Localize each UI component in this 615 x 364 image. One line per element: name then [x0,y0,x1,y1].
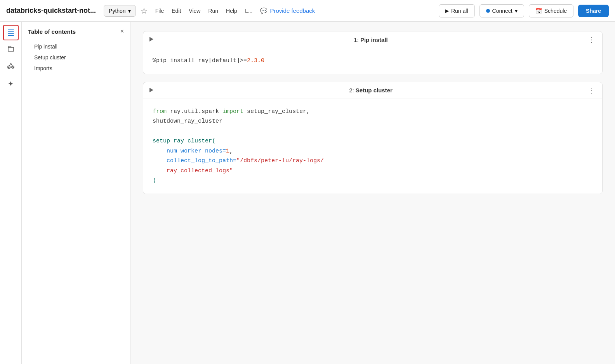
menu-file[interactable]: File [152,6,167,16]
favorite-button[interactable]: ☆ [141,6,148,16]
cell-1: 1: Pip install ⋮ %pip install ray[defaul… [143,31,603,74]
play-triangle-icon [149,37,153,42]
chevron-down-icon: ▾ [128,8,131,14]
sparkle-icon: ✦ [8,80,14,88]
icon-sidebar: ✦ [0,22,22,364]
cell-1-run-button[interactable] [149,36,153,43]
cell-2-run-button[interactable] [149,87,153,94]
sidebar-shapes-button[interactable] [3,59,19,75]
code-line-7: ) [153,176,593,186]
connect-status-dot [486,9,490,13]
feedback-label: Provide feedback [270,7,315,14]
svg-marker-0 [8,63,14,68]
comment-icon: 💬 [260,7,268,14]
sidebar-ai-button[interactable]: ✦ [3,76,19,92]
cell-1-number: 1: [354,36,359,43]
run-all-button[interactable]: ▶ Run all [439,4,475,17]
toc-panel: Table of contents × Pip install Setup cl… [22,22,130,364]
toc-item-setup-cluster[interactable]: Setup cluster [28,52,124,63]
cell-1-body: %pip install ray[default]>=2.3.0 [143,48,602,74]
play-triangle-icon [149,88,153,92]
run-all-label: Run all [451,8,468,14]
cell-2: 2: Setup cluster ⋮ from ray.util.spark i… [143,82,603,194]
share-label: Share [586,8,601,14]
code-line-5: collect_log_to_path="/dbfs/peter-lu/ray-… [153,156,593,166]
code-pip: %pip install ray[default]>= [153,57,247,64]
menu-run[interactable]: Run [205,6,221,16]
code-line-blank [153,127,593,137]
menu-bar: File Edit View Run Help L... [152,6,256,16]
cell-1-name: Pip install [360,36,388,43]
code-line-1: from ray.util.spark import setup_ray_clu… [153,107,593,117]
star-icon: ☆ [141,7,148,15]
content-area: 1: Pip install ⋮ %pip install ray[defaul… [130,22,615,364]
toc-item-pip-install[interactable]: Pip install [28,41,124,52]
topbar: databricks-quickstart-not... Python ▾ ☆ … [0,0,615,22]
main-layout: ✦ Table of contents × Pip install Setup … [0,22,615,364]
language-label: Python [109,8,126,14]
language-selector[interactable]: Python ▾ [104,5,136,17]
sidebar-files-button[interactable] [3,42,19,57]
cell-2-title: 2: Setup cluster [158,87,584,94]
toc-close-button[interactable]: × [120,28,124,35]
cell-1-header: 1: Pip install ⋮ [143,31,602,48]
code-line-4: num_worker_nodes=1, [153,146,593,156]
menu-more[interactable]: L... [242,6,255,16]
toc-title: Table of contents [28,28,76,35]
code-line-2: shutdown_ray_cluster [153,116,593,127]
shapes-icon [7,62,15,72]
menu-view[interactable]: View [186,6,203,16]
provide-feedback-button[interactable]: 💬 Provide feedback [260,7,315,14]
connect-button[interactable]: Connect ▾ [479,4,524,17]
connect-label: Connect [492,8,512,14]
cell-2-body: from ray.util.spark import setup_ray_clu… [143,99,602,194]
code-line-3: setup_ray_cluster( [153,136,593,146]
folder-icon [7,45,15,55]
share-button[interactable]: Share [578,5,609,17]
notebook-title: databricks-quickstart-not... [6,7,96,15]
schedule-label: Schedule [544,8,567,14]
menu-edit[interactable]: Edit [169,6,184,16]
cell-1-menu-button[interactable]: ⋮ [588,35,596,44]
cell-1-title: 1: Pip install [158,36,584,43]
cell-2-name: Setup cluster [356,87,393,94]
toc-header: Table of contents × [28,28,124,35]
chevron-down-icon: ▾ [515,8,518,14]
code-line-6: ray_collected_logs" [153,166,593,176]
toc-item-imports[interactable]: Imports [28,63,124,74]
cell-2-header: 2: Setup cluster ⋮ [143,82,602,99]
play-icon: ▶ [445,8,449,14]
calendar-icon: 📅 [535,8,542,14]
sidebar-toc-button[interactable] [3,25,19,40]
cell-2-number: 2: [349,87,354,94]
schedule-button[interactable]: 📅 Schedule [529,4,573,17]
toc-lines-icon [8,29,14,36]
menu-help[interactable]: Help [223,6,240,16]
cell-2-menu-button[interactable]: ⋮ [588,86,596,95]
code-version: 2.3.0 [247,57,264,64]
